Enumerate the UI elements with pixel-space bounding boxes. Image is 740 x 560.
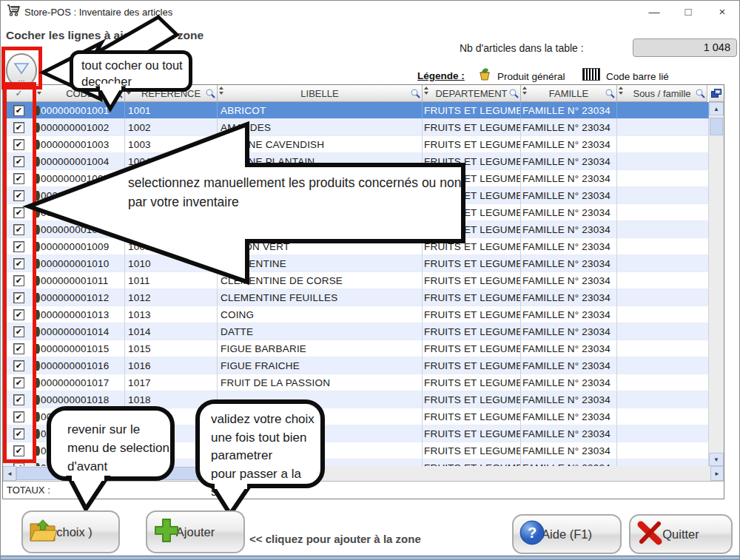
search-icon[interactable] bbox=[113, 89, 123, 101]
table-row[interactable]: ✔ 000000001012 1012 CLEMENTINE FEUILLES … bbox=[3, 289, 709, 306]
column-header-sous-famille[interactable]: Sous / famille bbox=[617, 85, 707, 102]
row-checkbox[interactable]: ✔ bbox=[13, 173, 24, 184]
choice-button[interactable]: ( choix ) bbox=[21, 510, 120, 553]
reference-cell: 1012 bbox=[125, 289, 218, 306]
row-checkbox[interactable]: ✔ bbox=[13, 224, 24, 235]
libelle-cell: FIGUE FRAICHE bbox=[218, 357, 423, 374]
close-button[interactable]: × bbox=[705, 1, 739, 22]
table-row[interactable]: ✔ 000000001007 1007 FRUITS ET LEGUMES FA… bbox=[3, 204, 709, 221]
libelle-cell bbox=[218, 459, 423, 466]
search-icon[interactable] bbox=[206, 89, 215, 101]
departement-cell: FRUITS ET LEGUMES bbox=[423, 136, 521, 153]
check-icon: ✔ bbox=[16, 344, 22, 354]
add-button-label: Ajouter bbox=[176, 525, 215, 539]
horizontal-scrollbar[interactable]: ◄ ► bbox=[3, 466, 724, 481]
row-checkbox[interactable]: ✔ bbox=[13, 139, 24, 150]
search-icon[interactable] bbox=[605, 89, 615, 101]
help-button[interactable]: ? Aide (F1) bbox=[512, 514, 622, 554]
product-icon-clipped bbox=[36, 361, 40, 371]
row-checkbox[interactable]: ✔ bbox=[13, 394, 24, 405]
row-checkbox[interactable]: ✔ bbox=[13, 122, 24, 133]
checkbox-cell: ✔ bbox=[3, 255, 36, 272]
row-checkbox[interactable]: ✔ bbox=[13, 156, 24, 167]
search-icon[interactable] bbox=[696, 89, 705, 101]
scroll-down-button[interactable]: ▼ bbox=[709, 453, 724, 466]
table-row[interactable]: ✔ 000000001001 1001 ABRICOT FRUITS ET LE… bbox=[3, 102, 709, 119]
add-button[interactable]: Ajouter bbox=[146, 510, 245, 553]
row-checkbox[interactable]: ✔ bbox=[13, 207, 24, 218]
check-icon: ✔ bbox=[16, 395, 22, 405]
vertical-scroll-thumb[interactable] bbox=[710, 118, 723, 135]
row-checkbox[interactable]: ✔ bbox=[13, 343, 24, 354]
famille-cell: FAMILLE N° 23034 bbox=[521, 357, 617, 374]
svg-text:?: ? bbox=[528, 524, 536, 541]
table-row[interactable]: ✔ 000000001008 1008 FRUITS ET LEGUMES FA… bbox=[3, 221, 709, 238]
horizontal-scroll-thumb[interactable] bbox=[16, 467, 290, 480]
reference-cell: 1011 bbox=[125, 272, 218, 289]
table-row[interactable]: ✔ 000000001011 1011 CLEMENTINE DE CORSE … bbox=[3, 272, 709, 289]
row-checkbox[interactable]: ✔ bbox=[13, 292, 24, 303]
row-checkbox[interactable]: ✔ bbox=[13, 428, 24, 439]
famille-cell: FAMILLE N° 23034 bbox=[521, 323, 617, 340]
table-row[interactable]: ✔ 000000001017 1017 FRUIT DE LA PASSION … bbox=[3, 374, 709, 391]
row-checkbox[interactable]: ✔ bbox=[13, 326, 24, 337]
column-header-checkbox[interactable]: ✓ bbox=[3, 85, 36, 102]
table-row[interactable]: ✔ 000000001021 1021 FRUITS ET LEGUMES FA… bbox=[3, 442, 709, 459]
libelle-cell bbox=[218, 204, 423, 221]
table-row[interactable]: ✔ 000000001004 1004 BANANE PLANTAIN FRUI… bbox=[3, 153, 709, 170]
column-header-libelle[interactable]: LIBELLE bbox=[218, 85, 423, 102]
table-row[interactable]: ✔ 000000001005 1005 FRUITS ET LEGUMES FA… bbox=[3, 170, 709, 187]
vertical-scrollbar[interactable]: ▲ ▼ bbox=[709, 102, 724, 466]
reference-cell: 1005 bbox=[125, 170, 218, 187]
scroll-right-button[interactable]: ► bbox=[710, 466, 724, 481]
maximize-button[interactable]: □ bbox=[671, 1, 705, 22]
help-button-label: Aide (F1) bbox=[542, 527, 592, 542]
column-header-code[interactable]: CODE bbox=[36, 85, 125, 102]
column-header-departement[interactable]: DEPARTEMENT bbox=[423, 85, 521, 102]
row-checkbox[interactable]: ✔ bbox=[13, 105, 24, 116]
table-row[interactable]: ✔ 000000001002 1002 AMANDES FRUITS ET LE… bbox=[3, 119, 709, 136]
sous-famille-cell bbox=[617, 340, 709, 357]
check-all-button[interactable]: ... bbox=[6, 53, 37, 87]
row-checkbox[interactable]: ✔ bbox=[13, 360, 24, 371]
sous-famille-cell bbox=[617, 442, 709, 459]
table-row[interactable]: ✔ 000000001009 1009 CITRON VERT FRUITS E… bbox=[3, 238, 709, 255]
column-header-reference[interactable]: REFERENCE bbox=[125, 85, 218, 102]
scroll-left-button[interactable]: ◄ bbox=[3, 466, 16, 481]
table-row[interactable]: ✔ 000000001003 1003 BANANE CAVENDISH FRU… bbox=[3, 136, 709, 153]
row-checkbox[interactable]: ✔ bbox=[13, 411, 24, 422]
plus-icon bbox=[152, 516, 181, 547]
checkbox-cell: ✔ bbox=[3, 289, 36, 306]
row-checkbox[interactable]: ✔ bbox=[13, 241, 24, 252]
table-row[interactable]: ✔ 000000001015 1015 FIGUE BARBARIE FRUIT… bbox=[3, 340, 709, 357]
table-row[interactable]: ✔ 000000001010 1010 CLEMENTINE FRUITS ET… bbox=[3, 255, 709, 272]
minimize-button[interactable]: — bbox=[637, 1, 671, 22]
product-icon-clipped bbox=[36, 242, 40, 252]
column-header-famille[interactable]: FAMILLE bbox=[521, 85, 617, 102]
row-checkbox[interactable]: ✔ bbox=[13, 309, 24, 320]
reference-cell: 1018 bbox=[125, 391, 218, 408]
row-checkbox[interactable]: ✔ bbox=[13, 445, 24, 456]
table-row[interactable]: ✔ 000000001020 1020 FRUITS ET LEGUMES FA… bbox=[3, 425, 709, 442]
table-row[interactable]: ✔ 000000001018 1018 FRUITS ET LEGUMES FA… bbox=[3, 391, 709, 408]
search-icon[interactable] bbox=[411, 89, 420, 101]
checkbox-cell: ✔ bbox=[3, 187, 36, 204]
table-row[interactable]: ✔ 000000001013 1013 COING FRUITS ET LEGU… bbox=[3, 306, 709, 323]
famille-cell: FAMILLE N° 23034 bbox=[521, 425, 617, 442]
code-cell: 000000001012 bbox=[36, 289, 125, 306]
row-checkbox[interactable]: ✔ bbox=[13, 190, 24, 201]
table-row[interactable]: ✔ 000000001016 1016 FIGUE FRAICHE FRUITS… bbox=[3, 357, 709, 374]
check-icon: ✔ bbox=[16, 123, 22, 132]
product-icon-clipped bbox=[36, 446, 40, 456]
table-corner-button[interactable] bbox=[709, 85, 724, 102]
table-row[interactable]: ✔ 000000001019 1019 FRUITS ET LEGUMES FA… bbox=[3, 408, 709, 425]
table-row[interactable]: ✔ 000000001022 1022 FRUITS ET LEGUMES FA… bbox=[3, 459, 709, 466]
search-icon[interactable] bbox=[509, 89, 519, 101]
quit-button[interactable]: Quitter bbox=[629, 514, 733, 554]
table-row[interactable]: ✔ 000000001014 1014 DATTE FRUITS ET LEGU… bbox=[3, 323, 709, 340]
scroll-up-button[interactable]: ▲ bbox=[709, 102, 724, 115]
row-checkbox[interactable]: ✔ bbox=[13, 258, 24, 269]
row-checkbox[interactable]: ✔ bbox=[13, 275, 24, 286]
table-row[interactable]: ✔ 000000001006 1006 FRUITS ET LEGUMES FA… bbox=[3, 187, 709, 204]
row-checkbox[interactable]: ✔ bbox=[13, 377, 24, 388]
